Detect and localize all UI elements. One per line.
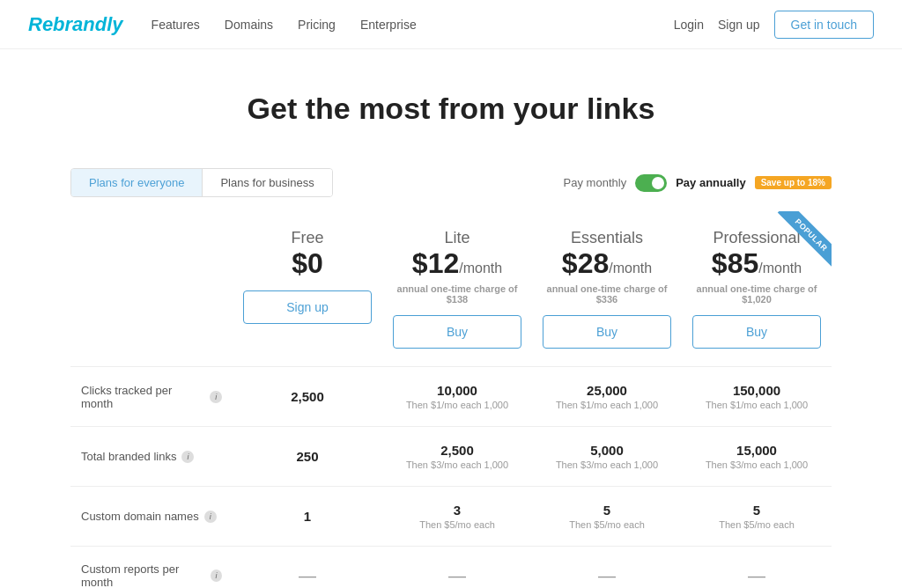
plan-annual-2: annual one-time charge of $336 [543, 283, 671, 305]
navbar-left: Rebrandly Features Domains Pricing Enter… [28, 13, 417, 36]
plan-col-essentials: Essentials$28/monthannual one-time charg… [532, 211, 682, 367]
nav-features[interactable]: Features [152, 18, 200, 32]
feature-value-1-3: 15,000Then $3/mo each 1,000 [682, 427, 832, 487]
info-icon-3[interactable]: i [211, 570, 222, 582]
plan-btn-1[interactable]: Buy [393, 315, 521, 349]
cell-dash-3-0: — [299, 566, 316, 585]
cell-main-2-2: 5 [603, 503, 610, 518]
nav-pricing[interactable]: Pricing [298, 18, 336, 32]
cell-main-0-0: 2,500 [291, 389, 324, 404]
cell-sub-2-2: Then $5/mo each [543, 519, 671, 530]
feature-value-3-3: — [682, 547, 832, 589]
feature-row-0: Clicks tracked per month i 2,50010,000Th… [70, 367, 832, 427]
plan-price-1: $12/month [393, 247, 521, 280]
cell-main-0-2: 25,000 [587, 383, 627, 398]
cell-main-1-1: 2,500 [440, 443, 474, 458]
logo: Rebrandly [28, 13, 123, 36]
nav-enterprise[interactable]: Enterprise [360, 18, 417, 32]
save-badge: Save up to 18% [755, 176, 832, 189]
feature-label-text-1: Total branded links [81, 450, 176, 463]
cell-sub-1-2: Then $3/mo each 1,000 [543, 459, 671, 470]
feature-value-0-3: 150,000Then $1/mo each 1,000 [682, 367, 832, 427]
plan-name-3: Professional [692, 229, 821, 247]
pay-monthly-label: Pay monthly [564, 176, 627, 189]
feature-label-text-0: Clicks tracked per month [81, 384, 204, 410]
cell-main-0-3: 150,000 [733, 383, 780, 398]
plan-name-0: Free [243, 229, 372, 247]
plan-col-professional: Professional$85/monthannual one-time cha… [682, 211, 832, 367]
feature-value-1-1: 2,500Then $3/mo each 1,000 [382, 427, 532, 487]
hero-section: Get the most from your links [0, 49, 902, 154]
feature-value-2-1: 3Then $5/mo each [382, 487, 532, 547]
feature-value-2-3: 5Then $5/mo each [682, 487, 832, 547]
plan-annual-3: annual one-time charge of $1,020 [692, 283, 821, 305]
plan-col-lite: Lite$12/monthannual one-time charge of $… [382, 211, 532, 367]
feature-value-3-0: — [233, 547, 382, 589]
plan-annual-1: annual one-time charge of $138 [393, 283, 521, 305]
plan-col-free: Free$0Sign up [233, 211, 382, 367]
feature-label-text-2: Custom domain names [81, 510, 199, 523]
cell-sub-1-3: Then $3/mo each 1,000 [692, 459, 821, 470]
cell-main-2-1: 3 [454, 503, 461, 518]
feature-label-text-3: Custom reports per month [81, 562, 205, 588]
feature-label-1: Total branded links i [70, 427, 233, 487]
plan-price-0: $0 [243, 247, 372, 280]
feature-label-2: Custom domain names i [70, 487, 233, 547]
cell-sub-2-1: Then $5/mo each [393, 519, 521, 530]
navbar: Rebrandly Features Domains Pricing Enter… [0, 0, 902, 49]
cell-sub-0-3: Then $1/mo each 1,000 [692, 400, 821, 410]
navbar-right: Login Sign up Get in touch [674, 11, 874, 39]
feature-row-2: Custom domain names i 13Then $5/mo each5… [70, 487, 832, 547]
cell-dash-3-3: — [748, 566, 765, 585]
table-header-empty [70, 211, 233, 367]
feature-label-0: Clicks tracked per month i [70, 367, 233, 427]
tab-business[interactable]: Plans for business [203, 169, 331, 196]
cell-main-1-3: 15,000 [736, 443, 777, 458]
pricing-table: Free$0Sign upLite$12/monthannual one-tim… [70, 211, 832, 588]
cell-sub-1-1: Then $3/mo each 1,000 [393, 459, 521, 470]
info-icon-0[interactable]: i [210, 391, 222, 403]
cell-main-1-0: 250 [296, 449, 318, 464]
cell-sub-0-1: Then $1/mo each 1,000 [393, 400, 521, 410]
plan-price-2: $28/month [543, 247, 671, 280]
feature-value-3-2: — [532, 547, 682, 589]
billing-toggle-switch[interactable] [635, 174, 667, 192]
tab-everyone[interactable]: Plans for everyone [71, 169, 203, 196]
get-in-touch-button[interactable]: Get in touch [774, 11, 875, 39]
cell-main-1-2: 5,000 [590, 443, 624, 458]
feature-row-1: Total branded links i 2502,500Then $3/mo… [70, 427, 832, 487]
plan-btn-0[interactable]: Sign up [243, 290, 372, 324]
hero-title: Get the most from your links [28, 92, 874, 126]
signup-button[interactable]: Sign up [718, 18, 759, 32]
plan-name-1: Lite [393, 229, 521, 247]
feature-value-0-0: 2,500 [233, 367, 382, 427]
nav-domains[interactable]: Domains [225, 18, 273, 32]
cell-sub-0-2: Then $1/mo each 1,000 [543, 400, 671, 410]
plan-btn-2[interactable]: Buy [543, 315, 671, 349]
feature-value-0-2: 25,000Then $1/mo each 1,000 [532, 367, 682, 427]
nav-links: Features Domains Pricing Enterprise [152, 18, 417, 32]
feature-label-3: Custom reports per month i [70, 547, 233, 589]
feature-value-1-0: 250 [233, 427, 382, 487]
feature-row-3: Custom reports per month i ———— [70, 547, 832, 589]
billing-toggle: Pay monthly Pay annually Save up to 18% [564, 174, 832, 192]
pay-annually-label: Pay annually [676, 176, 745, 189]
feature-value-1-2: 5,000Then $3/mo each 1,000 [532, 427, 682, 487]
feature-value-2-0: 1 [233, 487, 382, 547]
info-icon-2[interactable]: i [204, 511, 217, 523]
pricing-wrapper: Free$0Sign upLite$12/monthannual one-tim… [0, 211, 902, 588]
plan-btn-3[interactable]: Buy [692, 315, 821, 349]
feature-value-3-1: — [382, 547, 532, 589]
info-icon-1[interactable]: i [181, 451, 194, 463]
feature-value-2-2: 5Then $5/mo each [532, 487, 682, 547]
plan-name-2: Essentials [543, 229, 671, 247]
cell-dash-3-1: — [448, 566, 466, 585]
feature-value-0-1: 10,000Then $1/mo each 1,000 [382, 367, 532, 427]
cell-sub-2-3: Then $5/mo each [692, 519, 821, 530]
plan-tabs: Plans for everyone Plans for business [70, 168, 333, 197]
cell-main-0-1: 10,000 [437, 383, 477, 398]
tabs-section: Plans for everyone Plans for business Pa… [0, 154, 902, 211]
login-button[interactable]: Login [674, 18, 704, 32]
cell-main-2-0: 1 [304, 509, 311, 524]
plan-price-3: $85/month [692, 247, 821, 280]
